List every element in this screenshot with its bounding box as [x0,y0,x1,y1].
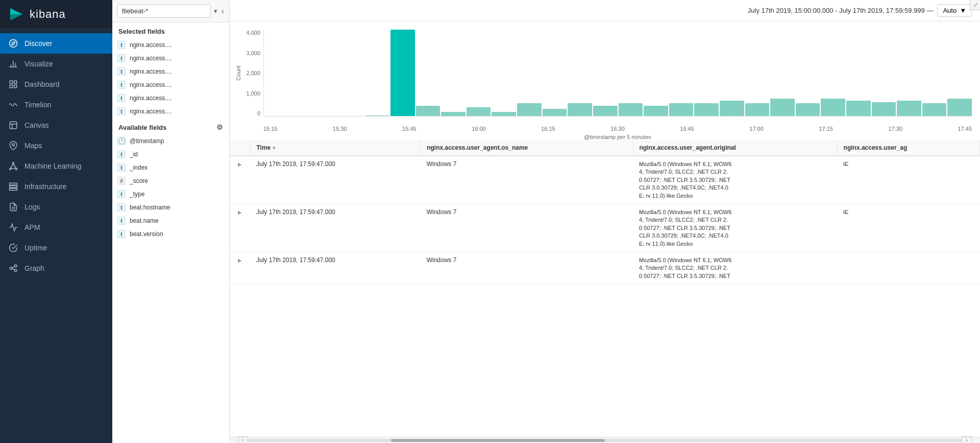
list-item[interactable]: t nginx.access.... [112,38,229,52]
scrollbar-thumb[interactable] [391,439,605,442]
list-item[interactable]: t nginx.access.... [112,105,229,118]
sidebar-item-timelion[interactable]: Timelion [0,95,112,115]
time-col-header[interactable]: Time ▾ [250,140,421,156]
available-fields-list: 🕐 @timestamp t _id t _index # _score t _… [112,134,229,241]
table-header: Time ▾ nginx.access.user_agent.os_name n… [230,140,980,156]
chart-bar[interactable] [669,103,694,116]
chart-bars-container[interactable] [263,30,972,116]
scrollbar-track[interactable] [248,439,962,442]
chart-bar[interactable] [644,106,668,116]
row-expand-button[interactable]: ▶ [236,161,244,167]
chart-bar[interactable] [619,103,643,116]
svg-point-27 [14,269,17,272]
horizontal-scrollbar[interactable]: ‹ › [230,437,980,443]
chart-bar[interactable] [694,103,719,116]
list-item[interactable]: t nginx.access.... [112,91,229,105]
field-type-t: t [117,67,126,76]
field-name: _type [130,191,144,198]
logo-area: kibana [0,0,112,29]
chart-bar[interactable] [922,103,947,116]
chart-bar-icon [8,59,18,69]
graph-icon [8,263,18,273]
chart-bar[interactable] [897,101,921,116]
svg-line-28 [12,266,15,268]
sidebar-item-apm[interactable]: APM [0,217,112,238]
time-col-label: Time [257,144,271,151]
uptime-icon [8,243,18,253]
sidebar-item-discover[interactable]: Discover [0,33,112,54]
field-type-t: t [117,203,126,212]
chart-bar[interactable] [543,109,567,116]
sidebar-item-visualize[interactable]: Visualize [0,54,112,74]
sidebar-label-uptime: Uptime [24,244,47,252]
svg-point-2 [10,40,17,48]
chart-bar[interactable] [365,115,389,116]
sidebar-item-machine-learning[interactable]: Machine Learning [0,156,112,176]
field-name: nginx.access.... [130,55,172,62]
list-item[interactable]: t beat.hostname [112,201,229,214]
chart-bar[interactable] [517,103,542,116]
corner-expand-button[interactable]: ⤢ [970,0,980,10]
chart-bar[interactable] [796,103,820,116]
ua-original-cell: Mozilla/5.0 (Windows NT 6.1; WOW64; Trid… [633,156,837,204]
chart-timestamp-label: @timestamp per 5 minutes [238,134,972,140]
collapse-panel-button[interactable]: ‹ [222,7,224,16]
list-item[interactable]: t beat.name [112,214,229,227]
os-name-cell: Windows 7 [421,252,633,284]
x-tick: 15:45 [402,126,416,132]
index-pattern-select[interactable]: filebeat-* [117,4,211,18]
list-item[interactable]: t nginx.access.... [112,52,229,65]
sidebar-item-uptime[interactable]: Uptime [0,238,112,258]
sidebar-item-logs[interactable]: Logs [0,197,112,217]
x-tick: 16:15 [541,126,555,132]
sidebar-item-maps[interactable]: Maps [0,135,112,156]
gear-icon[interactable]: ⚙ [216,123,223,131]
list-item[interactable]: t beat.version [112,227,229,241]
chart-bar[interactable] [416,106,440,116]
sidebar-item-dashboard[interactable]: Dashboard [0,74,112,95]
list-item[interactable]: t _index [112,161,229,174]
scroll-left-button[interactable]: ‹ [238,436,248,444]
chart-bar[interactable] [593,106,618,116]
chart-bar[interactable] [821,99,845,116]
sidebar-item-infrastructure[interactable]: Infrastructure [0,176,112,197]
chart-bar[interactable] [390,30,415,116]
list-item[interactable]: # _score [112,174,229,188]
row-expand-button[interactable]: ▶ [236,258,244,263]
list-item[interactable]: t nginx.access.... [112,78,229,91]
chart-bar[interactable] [720,101,744,116]
list-item[interactable]: 🕐 @timestamp [112,134,229,148]
svg-point-25 [10,267,12,270]
chart-bar[interactable] [492,112,516,116]
chart-bar[interactable] [846,101,871,116]
list-item[interactable]: t _id [112,148,229,161]
field-name: _index [130,164,148,171]
list-item[interactable]: t _type [112,188,229,201]
chart-bar[interactable] [568,103,592,116]
sidebar-item-canvas[interactable]: Canvas [0,115,112,135]
y-tick: 4,000 [246,30,260,36]
list-item[interactable]: t nginx.access.... [112,65,229,78]
chart-bar[interactable] [467,107,491,116]
field-type-t: t [117,81,126,89]
time-sort-header[interactable]: Time ▾ [257,144,276,151]
sidebar-label-visualize: Visualize [24,60,53,68]
kibana-logo-icon [8,6,24,22]
chart-bar[interactable] [441,112,465,116]
sidebar-label-logs: Logs [24,203,40,211]
sidebar-item-graph[interactable]: Graph [0,258,112,278]
ua-original-col-header[interactable]: nginx.access.user_agent.original [633,140,837,156]
svg-rect-21 [10,186,17,188]
field-name: nginx.access.... [130,81,172,88]
ua-agent-col-header[interactable]: nginx.access.user_ag [837,140,979,156]
x-tick: 16:45 [680,126,694,132]
auto-interval-select[interactable]: Auto ▼ [937,4,972,17]
chart-bar[interactable] [745,103,770,116]
chart-bar[interactable] [770,99,795,116]
row-expand-button[interactable]: ▶ [236,209,244,215]
scroll-right-button[interactable]: › [962,436,972,444]
canvas-icon [8,120,18,130]
os-name-col-header[interactable]: nginx.access.user_agent.os_name [421,140,633,156]
chart-bar[interactable] [947,99,972,116]
chart-bar[interactable] [872,102,896,116]
